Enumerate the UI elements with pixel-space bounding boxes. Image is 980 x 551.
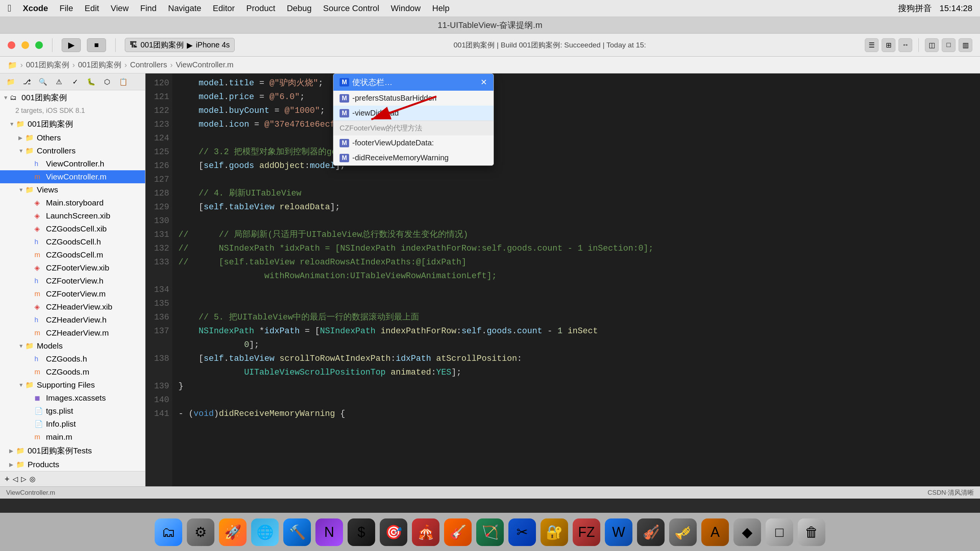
sidebar-breakpoint-btn[interactable]: ⬡ <box>101 77 113 87</box>
tree-item-supporting[interactable]: ▼ 📁 Supporting Files <box>0 378 145 391</box>
menu-source-control[interactable]: Source Control <box>323 3 379 13</box>
tree-item-others[interactable]: ▶ 📁 Others <box>0 131 145 144</box>
tree-item-czfooterview-xib[interactable]: ◈ CZFooterView.xib <box>0 261 145 274</box>
menu-debug[interactable]: Debug <box>287 3 312 13</box>
tree-item-views[interactable]: ▼ 📁 Views <box>0 183 145 196</box>
menu-find[interactable]: Find <box>140 3 157 13</box>
sidebar-add-btn[interactable]: + <box>5 474 10 484</box>
sidebar-locate-btn[interactable]: ◎ <box>29 475 36 483</box>
menu-window[interactable]: Window <box>391 3 421 13</box>
tree-item-project[interactable]: ▼ 🗂 001团购案例 <box>0 90 145 105</box>
autocomplete-item-1[interactable]: M -prefersStatusBarHidden <box>333 91 493 106</box>
utilities-button[interactable]: ▥ <box>959 38 972 52</box>
dock-terminal[interactable]: $ <box>348 518 375 546</box>
tree-item-czheaderview-h[interactable]: h CZHeaderView.h <box>0 313 145 326</box>
breadcrumb-project[interactable]: 001团购案例 <box>26 60 69 70</box>
breadcrumb-file[interactable]: ViewController.m <box>176 60 234 69</box>
menu-help[interactable]: Help <box>432 3 449 13</box>
menu-xcode[interactable]: Xcode <box>23 3 48 13</box>
dock-finder[interactable]: 🗂 <box>155 518 182 546</box>
dock-app11[interactable]: □ <box>766 518 793 546</box>
editor-standard-button[interactable]: ☰ <box>865 38 879 52</box>
navigator-button[interactable]: ◫ <box>925 38 939 52</box>
breadcrumb-controllers[interactable]: Controllers <box>130 60 167 69</box>
scheme-icon: 🏗 <box>130 41 137 49</box>
tree-item-czfooterview-m[interactable]: m CZFooterView.m <box>0 287 145 300</box>
autocomplete-close-icon[interactable]: ✕ <box>480 78 487 87</box>
tree-item-info-plist[interactable]: 📄 Info.plist <box>0 417 145 430</box>
debug-button[interactable]: □ <box>942 38 956 52</box>
tree-item-main-storyboard[interactable]: ◈ Main.storyboard <box>0 196 145 209</box>
menu-navigate[interactable]: Navigate <box>168 3 201 13</box>
tree-item-czgoods-h[interactable]: h CZGoods.h <box>0 352 145 365</box>
dock-safari[interactable]: 🌐 <box>251 518 279 546</box>
sidebar-warning-btn[interactable]: ⚠ <box>53 77 65 87</box>
tree-item-czgoodscell-xib[interactable]: ◈ CZGoodsCell.xib <box>0 222 145 235</box>
autocomplete-item-4[interactable]: M -didReceiveMemoryWarning <box>333 150 493 165</box>
sidebar-search-btn[interactable]: 🔍 <box>37 77 49 87</box>
tree-item-viewcontroller-m[interactable]: m ViewController.m <box>0 170 145 183</box>
tree-item-controllers[interactable]: ▼ 📁 Controllers <box>0 144 145 157</box>
tree-item-products[interactable]: ▶ 📁 Products <box>0 458 145 471</box>
sidebar-back-btn[interactable]: ◁ <box>13 475 18 483</box>
dock-app4[interactable]: 🏹 <box>476 518 504 546</box>
dock-app2[interactable]: 🎪 <box>412 518 439 546</box>
sidebar-forward-btn[interactable]: ▷ <box>21 475 26 483</box>
tree-item-launchscreen[interactable]: ◈ LaunchScreen.xib <box>0 209 145 222</box>
menu-product[interactable]: Product <box>246 3 275 13</box>
stop-button[interactable]: ■ <box>87 38 106 52</box>
sidebar-log-btn[interactable]: 📋 <box>117 77 129 87</box>
apple-menu[interactable]:  <box>8 2 11 14</box>
breadcrumb-group[interactable]: 001团购案例 <box>78 60 121 70</box>
dock-app6[interactable]: 🔐 <box>541 518 568 546</box>
dock-filezilla[interactable]: FZ <box>573 518 600 546</box>
dock-app7[interactable]: 🎻 <box>637 518 665 546</box>
editor-area[interactable]: 120 121 122 123 124 125 126 127 128 129 … <box>145 73 980 486</box>
tree-item-main-m[interactable]: m main.m <box>0 430 145 443</box>
tree-item-main-group[interactable]: ▼ 📁 001团购案例 <box>0 117 145 131</box>
sidebar-folder-btn[interactable]: 📁 <box>5 77 17 87</box>
minimize-button[interactable] <box>21 41 29 49</box>
tree-item-tgs-plist[interactable]: 📄 tgs.plist <box>0 404 145 417</box>
dock-trash[interactable]: 🗑 <box>798 518 825 546</box>
scheme-selector[interactable]: 🏗 001团购案例 ▶ iPhone 4s <box>125 38 235 52</box>
tree-item-models[interactable]: ▼ 📁 Models <box>0 339 145 352</box>
dock-settings[interactable]: ⚙ <box>187 518 214 546</box>
tree-item-czgoods-m[interactable]: m CZGoods.m <box>0 365 145 378</box>
dock-app9[interactable]: A <box>701 518 729 546</box>
dock-xcode[interactable]: 🔨 <box>283 518 311 546</box>
dock-launchpad[interactable]: 🚀 <box>219 518 247 546</box>
autocomplete-item-2[interactable]: M -viewDidLoad <box>333 106 493 121</box>
sidebar-git-btn[interactable]: ⎇ <box>21 77 33 87</box>
dock-app5[interactable]: ✂ <box>508 518 536 546</box>
menu-editor[interactable]: Editor <box>213 3 235 13</box>
sidebar-test-btn[interactable]: ✓ <box>69 77 81 87</box>
tree-item-xcassets[interactable]: ◼ Images.xcassets <box>0 391 145 404</box>
menu-file[interactable]: File <box>60 3 73 13</box>
tree-item-czfooterview-h[interactable]: h CZFooterView.h <box>0 274 145 287</box>
tree-item-viewcontroller-h[interactable]: h ViewController.h <box>0 157 145 170</box>
tab-filename[interactable]: 11-UITableView-奋课提纲.m <box>438 20 542 31</box>
dock-word[interactable]: W <box>605 518 632 546</box>
tree-item-czheaderview-xib[interactable]: ◈ CZHeaderView.xib <box>0 300 145 313</box>
menu-edit[interactable]: Edit <box>85 3 99 13</box>
tree-item-czheaderview-m[interactable]: m CZHeaderView.m <box>0 326 145 339</box>
dock-app1[interactable]: 🎯 <box>380 518 407 546</box>
menu-view[interactable]: View <box>111 3 129 13</box>
tree-item-tests[interactable]: ▶ 📁 001团购案例Tests <box>0 443 145 458</box>
editor-version-button[interactable]: ↔ <box>898 38 912 52</box>
run-button[interactable]: ▶ <box>62 38 81 52</box>
autocomplete-popup[interactable]: M 使状态栏… ✕ M -prefersStatusBarHidden M -v… <box>333 73 494 166</box>
ime-indicator[interactable]: 搜狗拼音 <box>898 3 932 14</box>
dock-onenote[interactable]: N <box>315 518 343 546</box>
dock-app8[interactable]: 🎺 <box>669 518 697 546</box>
close-button[interactable] <box>8 41 15 49</box>
maximize-button[interactable] <box>35 41 43 49</box>
tree-item-czgoodscell-m[interactable]: m CZGoodsCell.m <box>0 248 145 261</box>
autocomplete-item-3[interactable]: M -footerViewUpdateData: <box>333 135 493 150</box>
editor-assistant-button[interactable]: ⊞ <box>882 38 895 52</box>
sidebar-debug-btn[interactable]: 🐛 <box>85 77 97 87</box>
dock-app3[interactable]: 🎸 <box>444 518 472 546</box>
dock-app10[interactable]: ◆ <box>733 518 761 546</box>
tree-item-czgoodscell-h[interactable]: h CZGoodsCell.h <box>0 235 145 248</box>
